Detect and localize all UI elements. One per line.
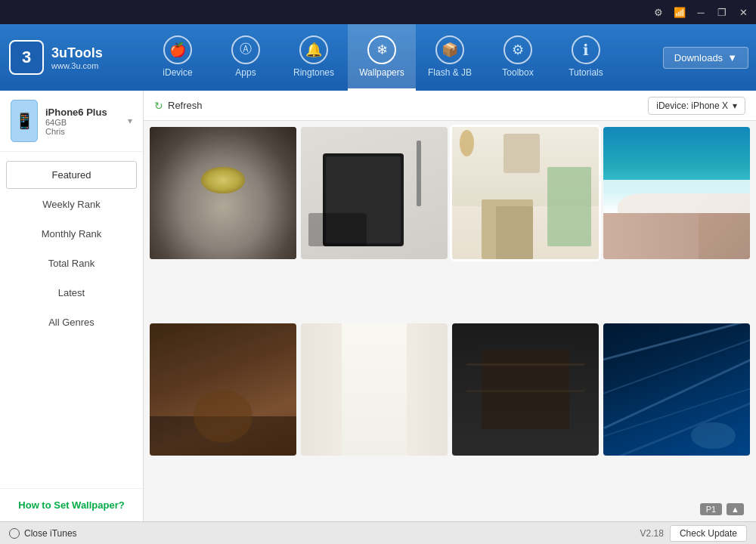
sidebar-item-all-genres[interactable]: All Genres (6, 308, 137, 336)
wallpaper-item[interactable] (603, 323, 750, 456)
wallpaper-item[interactable] (150, 127, 296, 259)
sidebar-menu: Featured Weekly Rank Monthly Rank Total … (0, 152, 143, 488)
logo-text: 3uTools www.3u.com (51, 45, 103, 70)
device-name: iPhone6 Plus (45, 107, 107, 118)
minimize-button[interactable]: ─ (694, 7, 708, 18)
sidebar: 📱 iPhone6 Plus 64GB Chris ▾ Featured Wee… (0, 91, 144, 521)
content-toolbar: ↻ Refresh iDevice: iPhone X ▾ (144, 91, 756, 121)
tab-toolbox[interactable]: ⚙ Toolbox (484, 24, 552, 91)
tutorials-tab-icon: ℹ (572, 36, 600, 64)
statusbar-right: V2.18 Check Update (640, 525, 747, 542)
titlebar: ⚙ 📶 ─ ❐ ✕ (0, 0, 756, 24)
downloads-arrow-icon: ▼ (727, 52, 737, 63)
close-circle-icon (9, 528, 20, 539)
tab-apps[interactable]: Ⓐ Apps (212, 24, 280, 91)
tab-apps-label: Apps (235, 67, 256, 78)
close-button[interactable]: ✕ (736, 7, 750, 18)
refresh-icon: ↻ (154, 100, 163, 112)
content-area: ↻ Refresh iDevice: iPhone X ▾ (144, 91, 756, 521)
idevice-dropdown-icon: ▾ (733, 100, 737, 111)
sidebar-item-featured[interactable]: Featured (6, 161, 137, 189)
wallpaper-item[interactable] (301, 127, 448, 259)
close-itunes-label: Close iTunes (24, 528, 77, 539)
app-name: 3uTools (51, 45, 103, 61)
device-details: iPhone6 Plus 64GB Chris (45, 107, 107, 136)
tab-wallpapers[interactable]: ❄ Wallpapers (348, 24, 416, 91)
tab-idevice-label: iDevice (163, 67, 192, 78)
logo-icon: 3 (9, 40, 44, 75)
nav-tabs: 🍎 iDevice Ⓐ Apps 🔔 Ringtones ❄ Wallpaper… (144, 24, 663, 91)
version-label: V2.18 (640, 528, 664, 539)
page-indicator-area: P1 ▲ (700, 503, 744, 515)
device-info: 📱 iPhone6 Plus 64GB Chris ▾ (0, 91, 143, 152)
tab-tutorials[interactable]: ℹ Tutorials (552, 24, 620, 91)
grid-container: P1 ▲ (144, 121, 756, 521)
wifi-icon[interactable]: 📶 (673, 7, 686, 18)
main-area: 📱 iPhone6 Plus 64GB Chris ▾ Featured Wee… (0, 91, 756, 521)
wallpaper-item[interactable] (452, 323, 599, 456)
refresh-button[interactable]: ↻ Refresh (154, 100, 203, 112)
device-user: Chris (45, 127, 107, 136)
how-to-set-link[interactable]: How to Set Wallpaper? (0, 488, 143, 521)
tab-flash-jb[interactable]: 📦 Flash & JB (416, 24, 484, 91)
device-chevron-icon[interactable]: ▾ (128, 116, 132, 126)
tab-flash-jb-label: Flash & JB (428, 67, 472, 78)
refresh-label: Refresh (168, 100, 203, 111)
tab-tutorials-label: Tutorials (569, 67, 603, 78)
sidebar-item-monthly-rank[interactable]: Monthly Rank (6, 220, 137, 248)
wallpaper-item[interactable] (150, 323, 296, 456)
app-url: www.3u.com (51, 61, 103, 70)
downloads-label: Downloads (674, 52, 723, 63)
apps-tab-icon: Ⓐ (231, 36, 260, 64)
downloads-button[interactable]: Downloads ▼ (663, 47, 748, 69)
idevice-selector-label: iDevice: iPhone X (656, 100, 728, 111)
close-itunes-button[interactable]: Close iTunes (9, 528, 77, 539)
logo-area: 3 3uTools www.3u.com (0, 40, 144, 75)
tab-ringtones[interactable]: 🔔 Ringtones (280, 24, 348, 91)
sidebar-item-latest[interactable]: Latest (6, 279, 137, 307)
restore-button[interactable]: ❐ (715, 7, 729, 18)
settings-icon[interactable]: ⚙ (652, 7, 665, 18)
check-update-button[interactable]: Check Update (670, 525, 747, 542)
tab-ringtones-label: Ringtones (293, 67, 334, 78)
wallpaper-grid (144, 121, 756, 521)
tab-toolbox-label: Toolbox (502, 67, 533, 78)
header: 3 3uTools www.3u.com 🍎 iDevice Ⓐ Apps 🔔 … (0, 24, 756, 91)
idevice-selector[interactable]: iDevice: iPhone X ▾ (648, 97, 745, 115)
statusbar: Close iTunes V2.18 Check Update (0, 521, 756, 544)
wallpapers-tab-icon: ❄ (367, 36, 396, 64)
tab-idevice[interactable]: 🍎 iDevice (144, 24, 212, 91)
tab-wallpapers-label: Wallpapers (359, 67, 404, 78)
sidebar-item-total-rank[interactable]: Total Rank (6, 249, 137, 277)
page-up-button[interactable]: ▲ (727, 503, 744, 515)
page-number: P1 (700, 503, 722, 515)
wallpaper-item[interactable] (452, 127, 599, 259)
titlebar-right: ⚙ 📶 ─ ❐ ✕ (652, 7, 750, 18)
ringtones-tab-icon: 🔔 (299, 36, 328, 64)
sidebar-item-weekly-rank[interactable]: Weekly Rank (6, 190, 137, 218)
wallpaper-item[interactable] (301, 323, 448, 456)
flash-jb-tab-icon: 📦 (435, 36, 464, 64)
idevice-tab-icon: 🍎 (163, 36, 192, 64)
toolbox-tab-icon: ⚙ (503, 36, 532, 64)
wallpaper-item[interactable] (603, 127, 750, 259)
device-icon: 📱 (11, 100, 38, 142)
device-storage: 64GB (45, 118, 107, 127)
